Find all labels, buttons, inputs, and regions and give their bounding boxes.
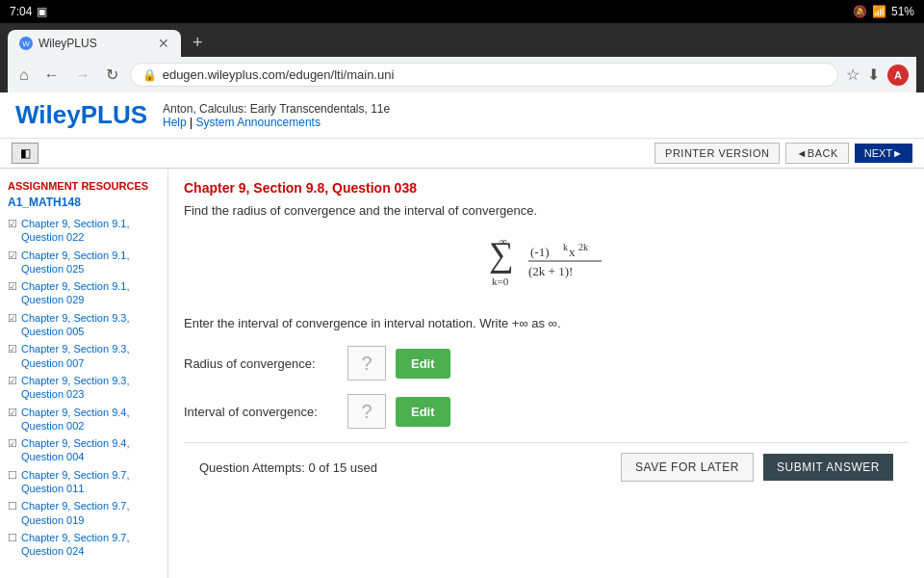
app-header: WileyPLUS Anton, Calculus: Early Transce…: [0, 92, 924, 139]
lock-icon: 🔒: [142, 68, 157, 82]
list-item: ☑ Chapter 9, Section 9.4, Question 004: [4, 434, 164, 466]
tab-bar: W WileyPLUS ✕ +: [8, 29, 916, 57]
checkbox-icon: ☑: [8, 437, 17, 450]
interval-prompt: Enter the interval of convergence in int…: [184, 316, 909, 330]
main-content: Chapter 9, Section 9.8, Question 038 Fin…: [168, 169, 924, 578]
sidebar-link-ch9-s3-q05[interactable]: Chapter 9, Section 9.3, Question 005: [21, 311, 160, 339]
svg-text:(2k + 1)!: (2k + 1)!: [528, 264, 573, 278]
footer-bar: Question Attempts: 0 of 15 used SAVE FOR…: [184, 442, 909, 491]
checkbox-icon: ☑: [8, 250, 17, 262]
svg-text:k=0: k=0: [492, 276, 509, 287]
question-prompt: Find the radius of convergence and the i…: [184, 203, 909, 218]
help-link[interactable]: Help: [163, 116, 187, 129]
home-button[interactable]: ⌂: [15, 63, 33, 88]
sidebar-link-ch9-s1-q22[interactable]: Chapter 9, Section 9.1, Question 022: [21, 217, 160, 245]
profile-avatar[interactable]: A: [887, 65, 909, 86]
new-tab-button[interactable]: +: [185, 29, 211, 57]
svg-text:(-1): (-1): [530, 245, 550, 259]
list-item: ☑ Chapter 9, Section 9.1, Question 029: [4, 277, 164, 309]
battery-display: 51%: [891, 5, 914, 18]
back-button[interactable]: ←: [40, 63, 64, 88]
sidebar-link-ch9-s4-q02[interactable]: Chapter 9, Section 9.4, Question 002: [21, 406, 160, 434]
attempts-text: Question Attempts: 0 of 15 used: [199, 460, 377, 475]
printer-version-button[interactable]: PRINTER VERSION: [654, 143, 780, 164]
header-info: Anton, Calculus: Early Transcendentals, …: [163, 102, 390, 129]
list-item: ☐ Chapter 9, Section 9.7, Question 024: [4, 529, 164, 561]
checkbox-icon: ☑: [8, 280, 17, 293]
sidebar-link-ch9-s7-q24[interactable]: Chapter 9, Section 9.7, Question 024: [21, 531, 160, 559]
checkbox-icon: ☐: [8, 532, 17, 544]
url-display: edugen.wileyplus.com/edugen/lti/main.uni: [163, 67, 395, 82]
wiley-logo: WileyPLUS: [15, 100, 147, 130]
address-bar-actions: ☆ ⬇ A: [846, 65, 909, 86]
list-item: ☑ Chapter 9, Section 9.1, Question 025: [4, 247, 164, 278]
formula-container: ∑ k=0 ∞ (-1) k x 2k (2k + 1)!: [184, 229, 909, 301]
wifi-icon: 📶: [872, 5, 886, 18]
radius-placeholder: ?: [347, 346, 386, 381]
time-display: 7:04: [10, 5, 32, 18]
svg-text:k: k: [563, 242, 568, 252]
sidebar-link-ch9-s7-q19[interactable]: Chapter 9, Section 9.7, Question 019: [21, 499, 160, 527]
announcements-link[interactable]: System Announcements: [196, 116, 321, 129]
radius-edit-button[interactable]: Edit: [396, 349, 450, 379]
checkbox-icon: ☑: [8, 343, 17, 355]
download-icon[interactable]: ⬇: [867, 66, 880, 84]
forward-button[interactable]: →: [71, 63, 94, 88]
list-item: ☑ Chapter 9, Section 9.1, Question 022: [4, 215, 164, 247]
tab-close-button[interactable]: ✕: [158, 36, 169, 51]
checkbox-icon: ☑: [8, 407, 17, 419]
svg-text:∞: ∞: [500, 235, 507, 247]
toolbar-right: PRINTER VERSION ◄BACK NEXT►: [654, 143, 912, 164]
list-item: ☐ Chapter 9, Section 9.7, Question 019: [4, 497, 164, 529]
sidebar-link-ch9-s1-q29[interactable]: Chapter 9, Section 9.1, Question 029: [21, 279, 160, 307]
toolbar-left: ◧: [12, 143, 38, 164]
content-area: ASSIGNMENT RESOURCES A1_MATH148 ☑ Chapte…: [0, 169, 924, 578]
list-item: ☑ Chapter 9, Section 9.4, Question 002: [4, 404, 164, 435]
camera-icon: ▣: [37, 5, 47, 18]
sidebar-link-ch9-s3-q07[interactable]: Chapter 9, Section 9.3, Question 007: [21, 342, 160, 370]
svg-text:x: x: [569, 245, 576, 259]
list-item: ☑ Chapter 9, Section 9.3, Question 007: [4, 340, 164, 372]
checkbox-icon: ☐: [8, 500, 17, 512]
status-bar-right: 🔕 📶 51%: [853, 5, 914, 18]
address-bar-row: ⌂ ← → ↻ 🔒 edugen.wileyplus.com/edugen/lt…: [8, 57, 916, 92]
list-item: ☑ Chapter 9, Section 9.3, Question 023: [4, 372, 164, 404]
sidebar-link-ch9-s7-q11[interactable]: Chapter 9, Section 9.7, Question 011: [21, 468, 160, 496]
browser-chrome: W WileyPLUS ✕ + ⌂ ← → ↻ 🔒 edugen.wileypl…: [0, 23, 924, 92]
checkbox-icon: ☑: [8, 375, 17, 387]
reload-button[interactable]: ↻: [102, 62, 122, 88]
checkbox-icon: ☑: [8, 218, 17, 230]
logo-wiley: Wiley: [15, 100, 81, 129]
main-toolbar: ◧ PRINTER VERSION ◄BACK NEXT►: [0, 139, 924, 169]
interval-label: Interval of convergence:: [184, 405, 338, 419]
tab-title: WileyPLUS: [38, 37, 97, 50]
radius-answer-row: Radius of convergence: ? Edit: [184, 346, 909, 381]
sidebar-link-ch9-s4-q04[interactable]: Chapter 9, Section 9.4, Question 004: [21, 436, 160, 464]
header-links: Help | System Announcements: [163, 116, 390, 129]
back-nav-button[interactable]: ◄BACK: [785, 143, 848, 164]
sidebar-section-title: ASSIGNMENT RESOURCES: [4, 176, 164, 194]
interval-placeholder: ?: [347, 394, 386, 429]
submit-answer-button[interactable]: SUBMIT ANSWER: [763, 454, 893, 481]
address-bar[interactable]: 🔒 edugen.wileyplus.com/edugen/lti/main.u…: [130, 63, 838, 87]
status-bar-left: 7:04 ▣: [10, 5, 47, 18]
sidebar-link-ch9-s1-q25[interactable]: Chapter 9, Section 9.1, Question 025: [21, 249, 160, 276]
sidebar: ASSIGNMENT RESOURCES A1_MATH148 ☑ Chapte…: [0, 169, 168, 578]
bookmark-icon[interactable]: ☆: [846, 66, 860, 84]
interval-answer-row: Interval of convergence: ? Edit: [184, 394, 909, 429]
status-bar: 7:04 ▣ 🔕 📶 51%: [0, 0, 924, 23]
svg-text:2k: 2k: [578, 242, 588, 252]
checkbox-icon: ☑: [8, 312, 17, 325]
sidebar-link-ch9-s3-q23[interactable]: Chapter 9, Section 9.3, Question 023: [21, 374, 160, 402]
sidebar-course-id[interactable]: A1_MATH148: [4, 194, 164, 215]
sidebar-toggle-button[interactable]: ◧: [12, 143, 38, 164]
mute-icon: 🔕: [853, 5, 867, 18]
interval-edit-button[interactable]: Edit: [396, 397, 450, 427]
save-for-later-button[interactable]: SAVE FOR LATER: [621, 453, 754, 482]
tab-favicon: W: [19, 37, 33, 50]
list-item: ☑ Chapter 9, Section 9.3, Question 005: [4, 309, 164, 341]
active-tab[interactable]: W WileyPLUS ✕: [8, 30, 181, 57]
formula-svg: ∑ k=0 ∞ (-1) k x 2k (2k + 1)!: [484, 229, 609, 297]
next-nav-button[interactable]: NEXT►: [855, 144, 912, 163]
radius-label: Radius of convergence:: [184, 356, 338, 371]
